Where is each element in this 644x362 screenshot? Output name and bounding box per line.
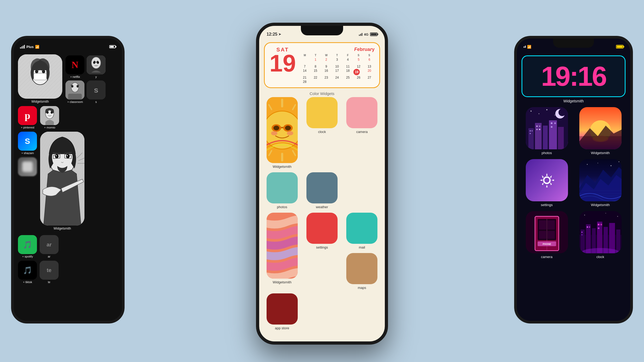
- svg-rect-80: [539, 129, 540, 130]
- svg-rect-116: [581, 230, 585, 253]
- svg-point-94: [544, 177, 550, 183]
- left-phone-notch: [48, 39, 88, 47]
- cal-cell: 8: [310, 65, 321, 68]
- clock-label: clock: [318, 130, 326, 134]
- svg-point-65: [287, 131, 293, 135]
- cal-cell: 12: [353, 65, 364, 68]
- netflix-app[interactable]: N ✦ netflix: [65, 55, 84, 78]
- widgetsmith-sun-app[interactable]: Widgetsmith: [264, 97, 300, 169]
- momio-app[interactable]: ✦ momio: [40, 106, 59, 129]
- classroom-app[interactable]: ✦ classroom: [65, 80, 84, 103]
- svg-point-64: [271, 131, 277, 135]
- cal-header: F: [343, 54, 353, 57]
- wifi-icon-left: 📶: [35, 45, 39, 49]
- svg-point-35: [67, 155, 68, 156]
- network-label: 4G: [364, 32, 368, 36]
- shazam-label: shazam: [24, 151, 34, 155]
- svg-rect-123: [581, 232, 583, 233]
- calendar-grid: 1 2 3 4 5 6 7 8 9 10 11 12 13 14 15: [300, 58, 375, 84]
- cal-cell: 3: [332, 58, 342, 64]
- center-phone: 12:25 ➤ 4G SAT 19 February: [256, 23, 388, 345]
- widgetsmith-sunset-app[interactable]: Widgetsmith: [576, 107, 625, 155]
- cal-cell-highlighted: 19: [353, 69, 360, 75]
- svg-point-99: [618, 161, 619, 162]
- svg-point-10: [91, 57, 101, 69]
- cal-header: S: [364, 54, 375, 57]
- te-app[interactable]: te te: [40, 261, 59, 284]
- photos-right-label: photos: [542, 151, 552, 155]
- svg-point-6: [35, 70, 38, 73]
- cal-header: T: [332, 54, 342, 57]
- spotify-app[interactable]: 🎵 ✦ spotify: [18, 235, 37, 258]
- calendar-widget: SAT 19 February M T W T F S S: [264, 42, 380, 88]
- clock-app[interactable]: clock: [304, 97, 340, 134]
- settings-right-app[interactable]: settings: [522, 159, 571, 207]
- svg-text:PHONE: PHONE: [542, 243, 551, 245]
- svg-point-32: [55, 154, 59, 158]
- pinterest-app[interactable]: p ✦ pinterest: [18, 106, 37, 129]
- s-app[interactable]: s s: [87, 80, 106, 103]
- cal-cell: 6: [364, 58, 375, 64]
- photos-app[interactable]: photos: [264, 172, 300, 209]
- settings-app[interactable]: settings: [304, 213, 340, 249]
- svg-point-89: [554, 115, 555, 116]
- cal-cell: 4: [343, 58, 353, 64]
- cal-cell: 25: [343, 76, 353, 79]
- weather-app[interactable]: weather: [304, 172, 340, 209]
- ar-app[interactable]: ar ar: [40, 235, 59, 258]
- battery-area-left: [109, 45, 116, 48]
- svg-rect-70: [535, 123, 542, 149]
- wifi-icon-right: 📶: [527, 45, 531, 49]
- camera-right-label: camera: [541, 255, 552, 259]
- shazam-app[interactable]: S ✦ shazam: [18, 132, 37, 155]
- cal-header: S: [353, 54, 364, 57]
- weather-label: weather: [316, 205, 328, 209]
- cal-cell: 18: [343, 69, 353, 75]
- maps-app[interactable]: maps: [344, 253, 380, 290]
- svg-rect-122: [616, 230, 620, 253]
- widgetsmith-swirl-app[interactable]: Widgetsmith: [264, 213, 300, 290]
- cal-cell: 13: [364, 65, 375, 68]
- cal-cell: 1: [310, 58, 321, 64]
- app-store-label: app store: [275, 326, 289, 330]
- widgetsmith-tall-label: Widgetsmith: [54, 227, 71, 230]
- svg-rect-74: [530, 130, 531, 131]
- cal-cell: 23: [321, 76, 332, 79]
- svg-rect-79: [536, 129, 538, 130]
- svg-rect-81: [551, 122, 552, 124]
- svg-point-133: [617, 216, 618, 217]
- battery-right: [616, 45, 623, 49]
- app-store-app[interactable]: app store: [264, 293, 300, 330]
- widgetsmith-sunset-label: Widgetsmith: [591, 151, 610, 155]
- svg-rect-109: [547, 231, 555, 239]
- svg-point-87: [538, 113, 539, 114]
- blur-app[interactable]: [18, 157, 37, 176]
- svg-point-62: [273, 126, 279, 130]
- mail-app[interactable]: mail: [344, 213, 380, 249]
- right-phone-notch: [553, 39, 594, 48]
- calendar-day-section: SAT 19: [269, 47, 296, 74]
- widgetsmith-mountain-label: Widgetsmith: [591, 203, 610, 207]
- signal-bars-right: [524, 46, 526, 48]
- cal-cell: 27: [364, 76, 375, 79]
- cal-cell: 28: [300, 80, 310, 84]
- widgetsmith-swirl-label: Widgetsmith: [273, 280, 292, 284]
- camera-right-app[interactable]: PHONE camera: [522, 211, 571, 259]
- clock-widget-right: 19:16: [522, 55, 626, 97]
- ar-label: ar: [48, 255, 50, 258]
- widgetsmith-tall-left[interactable]: Widgetsmith: [40, 132, 84, 230]
- cal-cell: 24: [332, 76, 342, 79]
- tiktok-app[interactable]: 🎵 ✦ tiktok: [18, 261, 37, 284]
- y-app[interactable]: y: [87, 55, 106, 78]
- settings-right-label: settings: [541, 203, 553, 207]
- cal-header: M: [300, 54, 310, 57]
- widgetsmith-large-left[interactable]: Widgetsmith: [18, 54, 62, 103]
- svg-point-85: [558, 109, 566, 116]
- camera-app[interactable]: camera: [344, 97, 380, 134]
- widgetsmith-mountain-app[interactable]: Widgetsmith: [576, 159, 625, 207]
- classroom-label: classroom: [70, 100, 83, 103]
- clock-right-app[interactable]: clock: [576, 211, 625, 259]
- svg-rect-129: [598, 227, 599, 229]
- photos-right-app[interactable]: photos: [522, 107, 571, 155]
- svg-point-13: [93, 61, 95, 64]
